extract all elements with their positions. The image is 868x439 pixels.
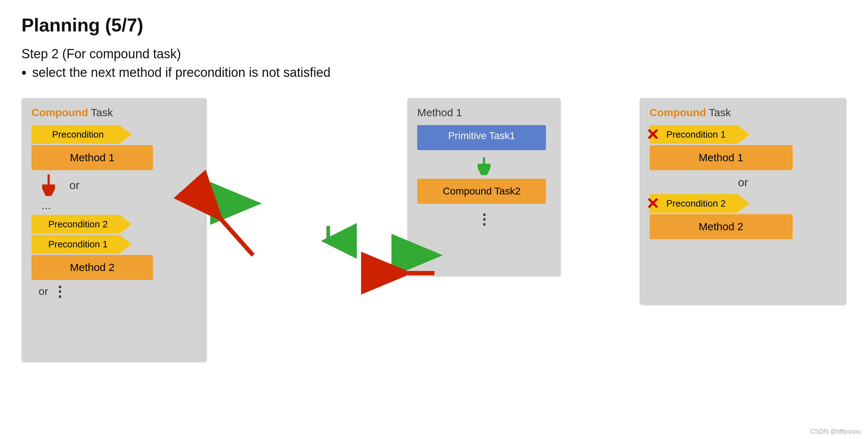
left-dots1: ... [41, 199, 197, 212]
right-red-x1: ✕ [646, 125, 659, 144]
right-panel-title: Compound Task [650, 107, 837, 119]
middle-dots: ⋮ [417, 211, 551, 227]
right-red-x2: ✕ [646, 194, 659, 213]
left-precondition-label: Precondition [31, 125, 132, 144]
right-panel: Compound Task Precondition 1 ✕ Method 1 … [640, 98, 847, 305]
right-method2-box: Method 2 [650, 214, 793, 239]
right-or-label: or [650, 176, 837, 189]
left-panel: Compound Task Precondition Method 1 [21, 98, 207, 362]
left-method1-box: Method 1 [31, 145, 153, 170]
red-down-arrow-left [42, 174, 55, 196]
left-precondition2: Precondition 2 [31, 215, 132, 233]
bullet-text: • select the next method if precondition… [21, 65, 847, 80]
left-method2-box: Method 2 [31, 255, 153, 280]
right-method1-box: Method 1 [650, 145, 793, 170]
left-dots2: ⋮ [53, 284, 67, 299]
diagram-area: Compound Task Precondition Method 1 [21, 98, 847, 362]
right-precondition2: Precondition 2 [650, 194, 750, 213]
right-title-rest: Task [706, 107, 731, 118]
left-or2: or [39, 285, 48, 297]
compound-task2-box: Compound Task2 [417, 179, 546, 204]
left-or1: or [69, 179, 79, 192]
primitive-task-box: Primitive Task1 [417, 125, 546, 150]
middle-panel-title: Method 1 [417, 107, 551, 119]
svg-line-2 [218, 216, 253, 255]
right-title-orange: Compound [650, 107, 706, 118]
right-precondition1: Precondition 1 [650, 125, 750, 144]
green-down-arrow-middle [478, 157, 490, 175]
left-precondition1: Precondition 1 [31, 235, 132, 253]
middle-panel: Method 1 Primitive Task1 Compound Task2 [407, 98, 561, 277]
page-container: Planning (5/7) Step 2 (For compound task… [0, 0, 868, 439]
left-panel-title: Compound Task [31, 107, 197, 119]
page-title: Planning (5/7) [21, 14, 847, 36]
step-text: Step 2 (For compound task) [21, 46, 847, 61]
bullet-content: select the next method if precondition i… [32, 65, 330, 80]
left-title-rest: Task [88, 107, 113, 118]
left-title-orange: Compound [31, 107, 88, 118]
middle-title: Method 1 [417, 107, 462, 118]
watermark: CSDN @tiffyanou [810, 428, 861, 435]
bullet-dot: • [21, 65, 26, 80]
